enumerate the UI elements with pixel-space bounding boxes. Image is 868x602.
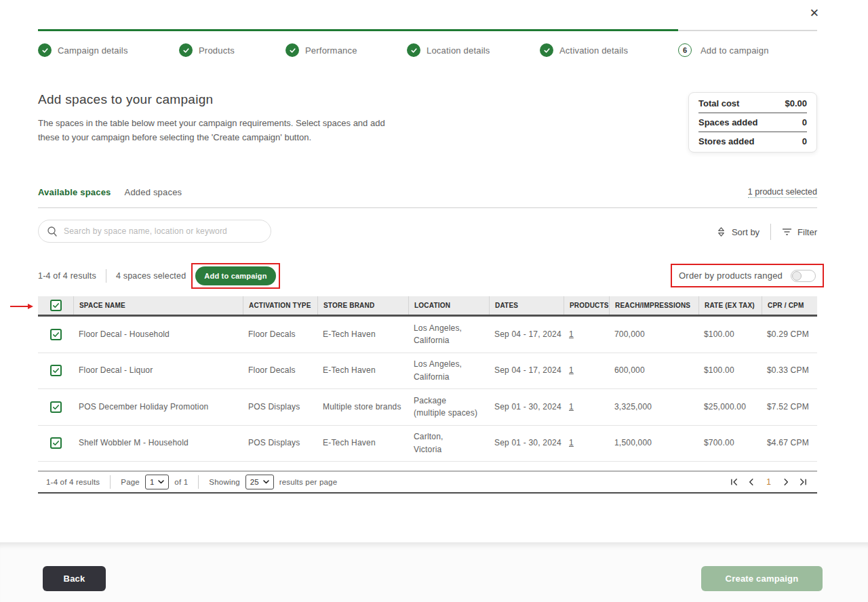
rate-ex-tax: $100.00 [698, 328, 762, 341]
store-brand: Multiple store brands [317, 401, 408, 414]
step-performance[interactable]: Performance [285, 43, 357, 57]
reach-impressions: 700,000 [609, 328, 698, 341]
step-complete-icon [285, 43, 299, 57]
products-count[interactable]: 1 [564, 401, 609, 414]
search-input[interactable]: Search by space name, location or keywor… [38, 220, 271, 243]
row-checkbox[interactable] [50, 329, 62, 340]
store-brand: E-Tech Haven [317, 328, 408, 341]
table-row: Floor Decal - Liquor Floor Decals E-Tech… [38, 353, 817, 390]
activation-type: POS Displays [243, 401, 317, 414]
step-add-to-campaign[interactable]: 6 Add to campaign [678, 43, 769, 57]
products-count[interactable]: 1 [564, 437, 609, 449]
search-icon [47, 226, 58, 237]
progress-fill [38, 29, 678, 31]
page-description: The spaces in the table below meet your … [38, 117, 397, 145]
pagination-bar: 1-4 of 4 results Page 1 of 1 Showing 25 … [38, 470, 817, 494]
chevron-down-icon [263, 480, 269, 484]
step-label: Location details [427, 45, 490, 56]
col-location[interactable]: LOCATION [408, 296, 489, 315]
product-selected-link[interactable]: 1 product selected [748, 187, 817, 198]
col-dates[interactable]: DATES [489, 296, 564, 315]
activation-type: Floor Decals [243, 364, 317, 377]
prev-page-icon[interactable] [747, 478, 755, 486]
order-by-products-toggle[interactable] [791, 270, 816, 282]
check-icon [52, 367, 60, 374]
first-page-icon[interactable] [730, 478, 738, 486]
products-count[interactable]: 1 [564, 328, 609, 341]
divider [106, 269, 106, 283]
per-page-label: results per page [279, 478, 338, 486]
rate-ex-tax: $100.00 [698, 364, 762, 377]
col-products[interactable]: PRODUCTS [564, 296, 609, 315]
table-row: Shelf Wobbler M - Household POS Displays… [38, 426, 817, 462]
tab-added-spaces[interactable]: Added spaces [125, 187, 182, 197]
col-activation-type[interactable]: ACTIVATION TYPE [243, 296, 317, 315]
close-icon[interactable]: ✕ [810, 6, 819, 20]
last-page-icon[interactable] [799, 478, 807, 486]
row-checkbox[interactable] [50, 437, 62, 449]
step-label: Campaign details [58, 45, 128, 56]
space-name: Floor Decal - Liquor [73, 364, 243, 377]
select-all-cell [38, 296, 73, 315]
create-campaign-button[interactable]: Create campaign [701, 566, 823, 591]
step-label: Products [199, 45, 235, 56]
check-icon [52, 331, 60, 338]
reach-impressions: 3,325,000 [609, 401, 698, 414]
filter-label: Filter [797, 227, 817, 237]
current-page: 1 [764, 477, 773, 487]
check-icon [52, 302, 60, 309]
pagination-range: 1-4 of 4 results [46, 478, 100, 486]
products-count[interactable]: 1 [564, 364, 609, 377]
step-complete-icon [540, 43, 553, 57]
cpr-cpm: $4.67 CPM [762, 437, 817, 449]
row-checkbox[interactable] [50, 401, 62, 413]
space-name: Floor Decal - Household [73, 328, 243, 341]
order-toggle-label: Order by products ranged [679, 270, 783, 281]
step-products[interactable]: Products [179, 43, 235, 57]
cpr-cpm: $0.29 CPM [762, 328, 817, 341]
back-button[interactable]: Back [43, 566, 106, 591]
row-checkbox[interactable] [50, 365, 62, 376]
tab-available-spaces[interactable]: Available spaces [38, 187, 111, 197]
summary-total-cost: Total cost $0.00 [698, 94, 807, 113]
add-to-campaign-button[interactable]: Add to campaign [195, 266, 275, 285]
add-spaces-modal: ✕ Campaign details Products Performance … [0, 0, 868, 602]
spaces-table: SPACE NAME ACTIVATION TYPE STORE BRAND L… [38, 296, 817, 462]
table-row: Floor Decal - Household Floor Decals E-T… [38, 317, 817, 353]
step-campaign-details[interactable]: Campaign details [38, 43, 128, 57]
location: Carlton,Victoria [408, 430, 489, 456]
sort-by-label: Sort by [732, 227, 760, 237]
summary-label: Stores added [698, 136, 754, 146]
col-store-brand[interactable]: STORE BRAND [317, 296, 408, 315]
step-label: Add to campaign [701, 45, 769, 56]
space-name: POS December Holiday Promotion [73, 401, 243, 414]
summary-value: 0 [802, 117, 807, 127]
step-complete-icon [38, 43, 52, 57]
col-rate[interactable]: RATE (EX TAX) [698, 296, 762, 315]
filter-button[interactable]: Filter [782, 227, 817, 237]
page-size-select[interactable]: 25 [245, 475, 274, 489]
activation-type: Floor Decals [243, 328, 317, 341]
divider [770, 224, 771, 240]
table-row: POS December Holiday Promotion POS Displ… [38, 389, 817, 426]
sort-icon [716, 226, 726, 237]
toggle-knob [792, 271, 802, 281]
footer-bar: Back Create campaign [0, 542, 868, 602]
page-of-label: of 1 [174, 478, 188, 486]
select-all-checkbox[interactable] [50, 300, 62, 311]
step-activation-details[interactable]: Activation details [540, 43, 628, 57]
step-label: Performance [305, 45, 357, 56]
summary-spaces-added: Spaces added 0 [698, 113, 807, 132]
store-brand: E-Tech Haven [317, 437, 408, 449]
step-number-icon: 6 [678, 43, 692, 57]
rate-ex-tax: $25,000.00 [698, 401, 762, 414]
next-page-icon[interactable] [782, 478, 790, 486]
col-reach[interactable]: REACH/IMPRESSIONS [609, 296, 698, 315]
rate-ex-tax: $700.00 [698, 437, 762, 449]
sort-by-button[interactable]: Sort by [716, 226, 760, 237]
col-space-name[interactable]: SPACE NAME [73, 296, 243, 315]
page-select[interactable]: 1 [145, 475, 169, 489]
step-location-details[interactable]: Location details [407, 43, 490, 57]
summary-label: Total cost [698, 98, 739, 108]
col-cpm[interactable]: CPR / CPM [762, 296, 817, 315]
